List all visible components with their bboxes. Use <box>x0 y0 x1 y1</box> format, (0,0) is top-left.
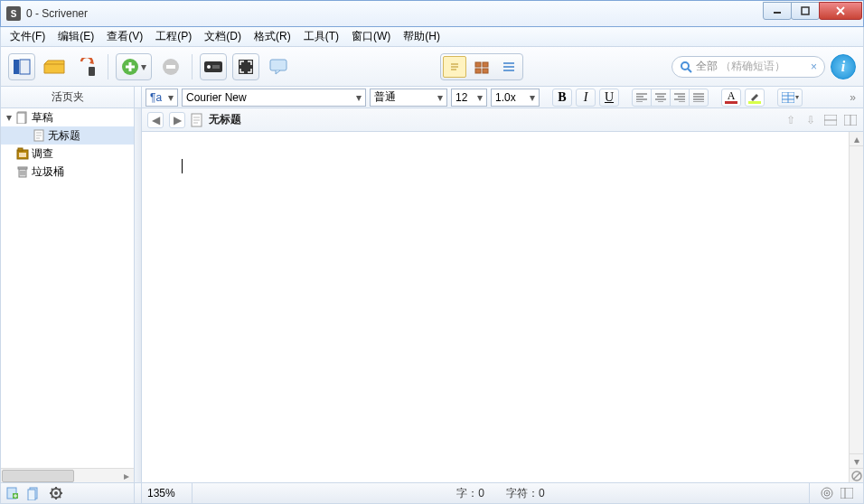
binder-header: 活页夹 <box>1 87 135 107</box>
menu-window[interactable]: 窗口(W) <box>346 27 396 46</box>
binder-item-trash[interactable]: 垃圾桶 <box>1 163 134 181</box>
svg-rect-5 <box>20 60 30 74</box>
svg-rect-15 <box>212 65 220 69</box>
highlight-button[interactable] <box>745 89 765 107</box>
search-icon <box>680 61 692 73</box>
split-v-button[interactable] <box>843 113 858 127</box>
svg-rect-60 <box>19 169 26 177</box>
sb-gear-button[interactable] <box>48 485 64 501</box>
history-down-button[interactable]: ⇩ <box>803 113 818 127</box>
svg-line-88 <box>60 497 61 499</box>
binder-toggle-button[interactable] <box>8 53 35 80</box>
view-outline-button[interactable] <box>497 56 521 78</box>
editor-textarea[interactable] <box>142 132 849 482</box>
close-button[interactable] <box>819 2 862 20</box>
text-cursor <box>182 159 183 173</box>
keywords-button[interactable] <box>200 53 227 80</box>
svg-rect-25 <box>483 69 488 73</box>
fullscreen-button[interactable] <box>232 53 259 80</box>
italic-button[interactable]: I <box>576 89 596 107</box>
binder-item-label: 草稿 <box>32 110 53 126</box>
menu-edit[interactable]: 编辑(E) <box>52 27 99 46</box>
comment-button[interactable] <box>265 53 292 80</box>
draft-icon <box>16 111 29 124</box>
svg-point-93 <box>826 492 828 494</box>
disclosure-icon[interactable]: ▾ <box>5 111 14 124</box>
svg-point-73 <box>852 471 861 481</box>
inspector-button[interactable]: i <box>831 54 856 79</box>
svg-point-11 <box>163 59 179 75</box>
align-center-button[interactable] <box>651 89 671 107</box>
svg-point-29 <box>681 62 689 70</box>
view-text-button[interactable] <box>443 56 466 78</box>
research-icon <box>16 147 29 160</box>
collections-button[interactable] <box>41 53 68 80</box>
svg-rect-1 <box>802 7 809 14</box>
menu-help[interactable]: 帮助(H) <box>398 27 446 46</box>
svg-rect-18 <box>449 61 460 72</box>
style-combo[interactable]: ¶a▾ <box>146 89 178 107</box>
menu-document[interactable]: 文档(D) <box>199 27 247 46</box>
binder-item-research[interactable]: 调查 <box>1 145 134 163</box>
binder-item-draft[interactable]: ▾草稿 <box>1 108 134 126</box>
font-combo[interactable]: Courier New▾ <box>182 89 366 107</box>
minimize-button[interactable] <box>763 2 792 20</box>
svg-rect-80 <box>28 490 35 500</box>
menu-file[interactable]: 文件(F) <box>5 27 51 46</box>
zoom-level[interactable]: 135% <box>142 483 193 503</box>
align-justify-button[interactable] <box>689 89 709 107</box>
editor-vscrollbar[interactable]: ▴ ▾ <box>849 132 863 482</box>
svg-rect-7 <box>89 67 95 76</box>
svg-rect-65 <box>192 114 202 126</box>
sb-new-folder-button[interactable] <box>26 485 42 501</box>
search-clear-icon[interactable]: × <box>811 61 817 73</box>
svg-rect-53 <box>34 130 43 141</box>
sync-button[interactable] <box>73 53 100 80</box>
sb-new-doc-button[interactable] <box>5 485 21 501</box>
svg-point-91 <box>822 488 832 499</box>
history-up-button[interactable]: ⇧ <box>784 113 798 127</box>
text-color-button[interactable]: A <box>721 89 741 107</box>
binder-item-text[interactable]: 无标题 <box>1 126 134 145</box>
align-right-button[interactable] <box>670 89 690 107</box>
nav-forward-button[interactable]: ▶ <box>169 112 185 128</box>
window-titlebar: S 0 - Scrivener <box>0 0 864 27</box>
menu-tools[interactable]: 工具(T) <box>298 27 344 46</box>
editor-document-title[interactable]: 无标题 <box>209 112 241 127</box>
preset-combo[interactable]: 普通▾ <box>370 89 447 107</box>
svg-point-82 <box>54 491 58 495</box>
binder-item-label: 调查 <box>32 146 53 162</box>
maximize-button[interactable] <box>791 2 820 20</box>
underline-button[interactable]: U <box>599 89 619 107</box>
trash-icon <box>16 165 29 178</box>
search-box[interactable]: 全部 （精确短语） × <box>671 56 825 78</box>
table-button[interactable]: ▾ <box>777 89 803 107</box>
svg-line-2 <box>837 7 844 14</box>
add-button[interactable]: ▾ <box>116 53 152 80</box>
sb-target-button[interactable] <box>819 485 835 501</box>
nav-back-button[interactable]: ◀ <box>147 112 164 128</box>
spacing-combo[interactable]: 1.0x▾ <box>491 89 540 107</box>
size-combo[interactable]: 12▾ <box>451 89 487 107</box>
toolbar-overflow-button[interactable]: » <box>846 91 859 104</box>
svg-line-89 <box>52 497 53 499</box>
svg-rect-51 <box>18 112 26 123</box>
svg-rect-61 <box>18 167 27 169</box>
menubar: 文件(F) 编辑(E) 查看(V) 工程(P) 文档(D) 格式(R) 工具(T… <box>0 27 864 47</box>
view-cork-button[interactable] <box>470 56 493 78</box>
word-count: 字：0 <box>456 486 484 501</box>
splitter[interactable] <box>135 108 142 482</box>
menu-view[interactable]: 查看(V) <box>101 27 148 46</box>
svg-rect-71 <box>844 115 857 126</box>
bold-button[interactable]: B <box>552 89 572 107</box>
align-left-button[interactable] <box>632 89 652 107</box>
trash-button[interactable] <box>157 53 184 80</box>
menu-project[interactable]: 工程(P) <box>150 27 197 46</box>
split-h-button[interactable] <box>823 113 838 127</box>
menu-format[interactable]: 格式(R) <box>249 27 296 46</box>
binder-item-label: 垃圾桶 <box>32 164 64 180</box>
svg-point-8 <box>122 59 138 75</box>
binder-hscrollbar[interactable]: ▸ <box>1 468 134 482</box>
svg-rect-13 <box>204 61 222 72</box>
sb-layout-button[interactable] <box>839 485 855 501</box>
